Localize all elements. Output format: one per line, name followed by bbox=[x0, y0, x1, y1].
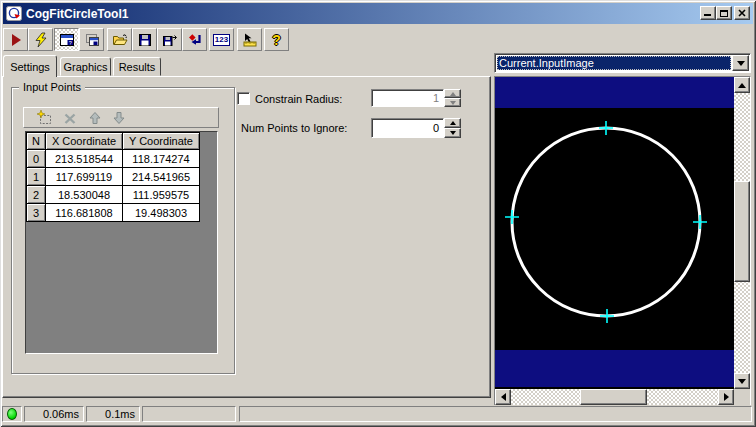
spin-up-icon bbox=[450, 121, 456, 125]
run-icon bbox=[8, 32, 24, 48]
grid-row-0: 0 213.518544 118.174274 bbox=[27, 150, 200, 168]
open-folder-icon bbox=[112, 32, 128, 48]
save-floppy-icon bbox=[137, 32, 153, 48]
delete-x-icon bbox=[62, 110, 78, 126]
image-vertical-scrollbar[interactable] bbox=[734, 77, 750, 389]
scroll-left-button[interactable] bbox=[495, 389, 511, 405]
minimize-icon bbox=[704, 14, 711, 16]
show-tool-display-button[interactable]: ? bbox=[54, 28, 79, 51]
pixel-measure-button[interactable] bbox=[237, 28, 262, 51]
col-header-n[interactable]: N bbox=[27, 133, 46, 150]
spin-down-button[interactable] bbox=[444, 128, 461, 138]
add-point-button[interactable] bbox=[36, 110, 53, 126]
app-icon bbox=[6, 6, 22, 22]
constrain-radius-field[interactable]: 1 bbox=[371, 89, 444, 107]
spin-up-button[interactable] bbox=[444, 118, 461, 128]
float-display-icon bbox=[84, 32, 100, 48]
grid-row-3: 3 116.681808 19.498303 bbox=[27, 204, 200, 222]
maximize-icon bbox=[720, 10, 728, 17]
image-horizontal-scrollbar[interactable] bbox=[495, 389, 734, 405]
spin-up-icon bbox=[450, 92, 456, 96]
status-bar: 0.06ms 0.1ms bbox=[2, 405, 754, 424]
save-tool-as-button[interactable] bbox=[157, 28, 182, 51]
spin-down-icon bbox=[450, 101, 456, 105]
cell-y[interactable]: 118.174274 bbox=[123, 150, 200, 168]
save-tool-button[interactable] bbox=[132, 28, 157, 51]
settings-tab-page: Input Points bbox=[2, 76, 491, 398]
tab-results-label: Results bbox=[119, 61, 156, 73]
combo-selected-item[interactable]: Current.InputImage bbox=[497, 56, 731, 70]
col-header-x[interactable]: X Coordinate bbox=[46, 133, 123, 150]
row-header[interactable]: 0 bbox=[27, 150, 46, 168]
spin-up-button[interactable] bbox=[444, 89, 461, 98]
move-point-up-button[interactable] bbox=[86, 110, 103, 126]
cell-y[interactable]: 214.541965 bbox=[123, 168, 200, 186]
open-tool-button[interactable] bbox=[107, 28, 132, 51]
status-time-2-panel: 0.1ms bbox=[86, 406, 140, 422]
combo-dropdown-button[interactable] bbox=[732, 55, 749, 71]
titlebar[interactable]: CogFitCircleTool1 bbox=[3, 3, 753, 24]
cell-x[interactable]: 18.530048 bbox=[46, 186, 123, 204]
reset-arrow-icon bbox=[187, 32, 203, 48]
scroll-right-icon bbox=[724, 393, 729, 401]
help-icon: ? bbox=[272, 33, 281, 47]
move-point-down-button[interactable] bbox=[110, 110, 127, 126]
save-as-icon bbox=[162, 32, 178, 48]
maximize-button[interactable] bbox=[716, 6, 732, 20]
cell-x[interactable]: 116.681808 bbox=[46, 204, 123, 222]
num-points-to-ignore-label: Num Points to Ignore: bbox=[241, 122, 347, 134]
scroll-up-button[interactable] bbox=[734, 77, 750, 93]
numeric-123-icon: 123 bbox=[213, 34, 230, 46]
delete-point-button[interactable] bbox=[61, 110, 78, 126]
scroll-down-icon bbox=[738, 379, 746, 384]
col-header-y[interactable]: Y Coordinate bbox=[123, 133, 200, 150]
input-points-grid[interactable]: N X Coordinate Y Coordinate 0 213.518544… bbox=[25, 131, 218, 354]
cell-y[interactable]: 111.959575 bbox=[123, 186, 200, 204]
tab-settings[interactable]: Settings bbox=[3, 55, 57, 77]
run-tool-button[interactable] bbox=[3, 28, 28, 51]
arrow-up-icon bbox=[87, 110, 103, 126]
svg-text:?: ? bbox=[68, 39, 71, 45]
fit-circle-graphic bbox=[495, 77, 734, 389]
close-button[interactable] bbox=[734, 6, 750, 20]
run-tool-electric-button[interactable] bbox=[28, 28, 53, 51]
tab-graphics-label: Graphics bbox=[63, 61, 107, 73]
image-display[interactable] bbox=[495, 77, 734, 389]
numeric-display-button[interactable]: 123 bbox=[209, 28, 234, 51]
help-button[interactable]: ? bbox=[264, 28, 289, 51]
scroll-right-button[interactable] bbox=[718, 389, 734, 405]
float-tool-display-button[interactable] bbox=[79, 28, 104, 51]
input-points-grid-toolbar bbox=[23, 107, 219, 128]
grid-row-2: 2 18.530048 111.959575 bbox=[27, 186, 200, 204]
tab-graphics[interactable]: Graphics bbox=[60, 57, 111, 76]
window-title: CogFitCircleTool1 bbox=[26, 7, 128, 21]
row-header[interactable]: 1 bbox=[27, 168, 46, 186]
reset-tool-button[interactable] bbox=[182, 28, 207, 51]
status-empty-panel-1 bbox=[142, 406, 236, 422]
row-header[interactable]: 2 bbox=[27, 186, 46, 204]
num-points-spinner bbox=[444, 118, 461, 138]
status-led-icon bbox=[7, 408, 17, 420]
num-points-to-ignore-field[interactable]: 0 bbox=[371, 118, 444, 138]
constrain-radius-checkbox[interactable] bbox=[237, 92, 250, 105]
horizontal-scroll-thumb[interactable] bbox=[580, 389, 647, 405]
constrain-radius-value: 1 bbox=[433, 92, 439, 104]
spin-down-button[interactable] bbox=[444, 98, 461, 107]
constrain-radius-label: Constrain Radius: bbox=[255, 93, 342, 105]
scroll-up-icon bbox=[738, 83, 746, 88]
scroll-down-button[interactable] bbox=[734, 373, 750, 389]
status-time-1: 0.06ms bbox=[43, 408, 79, 420]
cell-x[interactable]: 117.699119 bbox=[46, 168, 123, 186]
status-led-panel bbox=[2, 406, 22, 422]
cell-y[interactable]: 19.498303 bbox=[123, 204, 200, 222]
num-points-to-ignore-value: 0 bbox=[433, 122, 439, 134]
tab-results[interactable]: Results bbox=[113, 57, 161, 76]
add-point-icon bbox=[37, 110, 53, 126]
minimize-button[interactable] bbox=[700, 6, 716, 20]
status-empty-panel-2 bbox=[239, 406, 752, 422]
row-header[interactable]: 3 bbox=[27, 204, 46, 222]
vertical-scroll-thumb[interactable] bbox=[734, 181, 750, 282]
image-display-frame bbox=[494, 76, 751, 406]
input-image-combo[interactable]: Current.InputImage bbox=[494, 53, 751, 73]
cell-x[interactable]: 213.518544 bbox=[46, 150, 123, 168]
